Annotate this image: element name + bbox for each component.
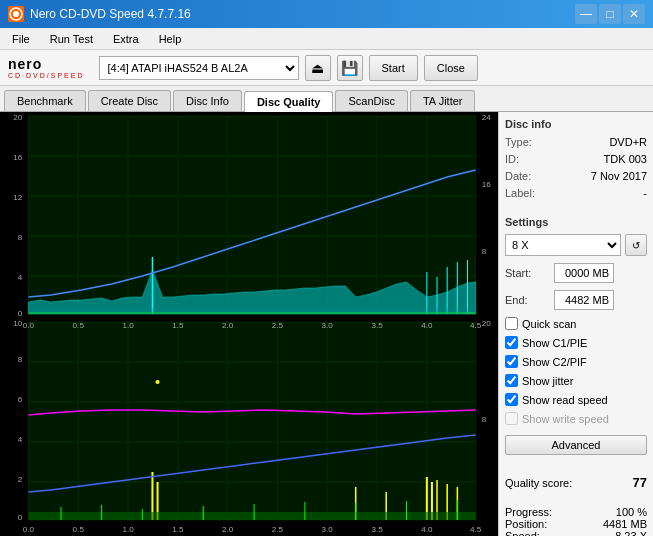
maximize-button[interactable]: □ (599, 4, 621, 24)
svg-text:6: 6 (18, 395, 23, 404)
svg-text:0.5: 0.5 (73, 321, 85, 330)
start-input[interactable] (554, 263, 614, 283)
show-writespeed-checkbox (505, 412, 518, 425)
close-window-button[interactable]: ✕ (623, 4, 645, 24)
svg-text:24: 24 (482, 113, 492, 122)
svg-text:8: 8 (482, 415, 487, 424)
quality-score-label: Quality score: (505, 477, 572, 489)
svg-text:10: 10 (13, 319, 23, 328)
minimize-button[interactable]: — (575, 4, 597, 24)
quick-scan-row: Quick scan (505, 317, 647, 330)
svg-text:4.0: 4.0 (421, 525, 433, 534)
tab-discinfo[interactable]: Disc Info (173, 90, 242, 111)
speed-row: Speed: 8.23 X (505, 530, 647, 536)
tab-discquality[interactable]: Disc Quality (244, 91, 334, 112)
title-bar: Nero CD-DVD Speed 4.7.7.16 — □ ✕ (0, 0, 653, 28)
disc-id-label: ID: (505, 153, 519, 165)
show-c1pie-label: Show C1/PIE (522, 337, 587, 349)
side-panel: Disc info Type: DVD+R ID: TDK 003 Date: … (498, 112, 653, 536)
svg-text:16: 16 (482, 180, 492, 189)
show-c2pif-checkbox[interactable] (505, 355, 518, 368)
save-button[interactable]: 💾 (337, 55, 363, 81)
start-button[interactable]: Start (369, 55, 418, 81)
tab-tajitter[interactable]: TA Jitter (410, 90, 476, 111)
svg-text:12: 12 (13, 193, 23, 202)
show-c1pie-checkbox[interactable] (505, 336, 518, 349)
svg-text:20: 20 (13, 113, 23, 122)
svg-text:0: 0 (18, 309, 23, 318)
menu-help[interactable]: Help (151, 31, 190, 47)
svg-text:2.5: 2.5 (272, 321, 284, 330)
start-label: Start: (505, 267, 550, 279)
disc-info-title: Disc info (505, 118, 647, 130)
menu-file[interactable]: File (4, 31, 38, 47)
close-button[interactable]: Close (424, 55, 478, 81)
tab-bar: Benchmark Create Disc Disc Info Disc Qua… (0, 86, 653, 112)
show-readspeed-row: Show read speed (505, 393, 647, 406)
disc-type-label: Type: (505, 136, 532, 148)
speed-select[interactable]: 8 X (505, 234, 621, 256)
svg-text:2: 2 (18, 475, 23, 484)
position-value: 4481 MB (603, 518, 647, 530)
speed-settings-row: 8 X ↺ (505, 234, 647, 256)
svg-text:20: 20 (482, 319, 492, 328)
svg-text:2.0: 2.0 (222, 321, 234, 330)
disc-date-label: Date: (505, 170, 531, 182)
position-row: Position: 4481 MB (505, 518, 647, 530)
svg-text:3.5: 3.5 (371, 525, 383, 534)
progress-info: Progress: 100 % Position: 4481 MB Speed:… (505, 506, 647, 536)
end-input[interactable] (554, 290, 614, 310)
svg-text:8: 8 (18, 355, 23, 364)
show-writespeed-label: Show write speed (522, 413, 609, 425)
speed-refresh-button[interactable]: ↺ (625, 234, 647, 256)
menu-extra[interactable]: Extra (105, 31, 147, 47)
nero-logo-subtitle: CD·DVD/SPEED (8, 72, 85, 79)
progress-value: 100 % (616, 506, 647, 518)
disc-type-value: DVD+R (609, 136, 647, 148)
nero-logo: nero CD·DVD/SPEED (8, 56, 85, 79)
menu-bar: File Run Test Extra Help (0, 28, 653, 50)
nero-logo-text: nero (8, 56, 42, 72)
svg-text:4.5: 4.5 (470, 525, 482, 534)
eject-button[interactable]: ⏏ (305, 55, 331, 81)
start-row: Start: (505, 263, 647, 283)
end-label: End: (505, 294, 550, 306)
svg-text:0.0: 0.0 (23, 525, 35, 534)
quality-score-row: Quality score: 77 (505, 475, 647, 490)
svg-point-1 (13, 11, 19, 17)
show-c2pif-label: Show C2/PIF (522, 356, 587, 368)
show-jitter-row: Show jitter (505, 374, 647, 387)
svg-text:1.5: 1.5 (172, 321, 184, 330)
svg-text:1.5: 1.5 (172, 525, 184, 534)
menu-runtest[interactable]: Run Test (42, 31, 101, 47)
svg-text:0.5: 0.5 (73, 525, 85, 534)
svg-marker-82 (28, 308, 475, 314)
disc-date-row: Date: 7 Nov 2017 (505, 170, 647, 182)
position-label: Position: (505, 518, 547, 530)
quick-scan-checkbox[interactable] (505, 317, 518, 330)
settings-title: Settings (505, 216, 647, 228)
svg-text:2.5: 2.5 (272, 525, 284, 534)
toolbar: nero CD·DVD/SPEED [4:4] ATAPI iHAS524 B … (0, 50, 653, 86)
speed-value: 8.23 X (615, 530, 647, 536)
disc-date-value: 7 Nov 2017 (591, 170, 647, 182)
tab-benchmark[interactable]: Benchmark (4, 90, 86, 111)
svg-text:0: 0 (18, 513, 23, 522)
progress-row: Progress: 100 % (505, 506, 647, 518)
tab-scandisc[interactable]: ScanDisc (335, 90, 407, 111)
show-c1pie-row: Show C1/PIE (505, 336, 647, 349)
disc-label-label: Label: (505, 187, 535, 199)
drive-select[interactable]: [4:4] ATAPI iHAS524 B AL2A (99, 56, 299, 80)
disc-label-value: - (643, 187, 647, 199)
show-writespeed-row: Show write speed (505, 412, 647, 425)
tab-createdisc[interactable]: Create Disc (88, 90, 171, 111)
app-icon (8, 6, 24, 22)
show-jitter-checkbox[interactable] (505, 374, 518, 387)
show-readspeed-checkbox[interactable] (505, 393, 518, 406)
end-row: End: (505, 290, 647, 310)
svg-text:3.5: 3.5 (371, 321, 383, 330)
svg-text:16: 16 (13, 153, 23, 162)
show-jitter-label: Show jitter (522, 375, 573, 387)
advanced-button[interactable]: Advanced (505, 435, 647, 455)
svg-rect-4 (28, 322, 475, 520)
